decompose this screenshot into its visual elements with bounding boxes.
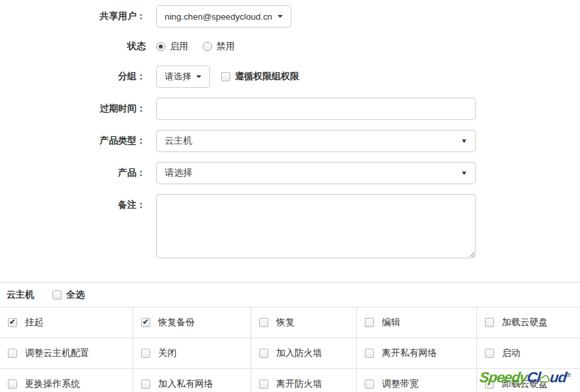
remark-label: 备注： [0, 194, 146, 211]
permission-label: 调整云主机配置 [25, 347, 89, 359]
cloud-host-permission-section: 云主机 全选 挂起 恢复备份 恢复 编辑 加载云硬盘 调整云 [0, 282, 580, 392]
permission-label: 卸载云硬盘 [502, 378, 548, 390]
permission-label: 调整带宽 [382, 378, 419, 390]
chevron-down-icon [196, 75, 201, 78]
select-all-checkbox[interactable] [52, 290, 62, 300]
form-row-remark: 备注： [0, 194, 580, 260]
section-title: 云主机 [7, 289, 34, 301]
permission-label: 编辑 [382, 317, 400, 328]
permission-label: 离开防火墙 [276, 378, 322, 390]
permission-checkbox[interactable] [485, 380, 494, 389]
permission-cell[interactable]: 卸载云硬盘 SpeedyClud® [477, 369, 580, 392]
share-user-dropdown-value: ning.chen@speedycloud.cn [165, 12, 272, 22]
permission-checkbox[interactable] [485, 318, 494, 327]
status-label: 状态 [0, 41, 146, 52]
permission-cell[interactable]: 加载云硬盘 [477, 307, 580, 338]
permission-cell[interactable]: 编辑 [357, 307, 477, 338]
select-arrow-icon: ▼ [461, 138, 468, 144]
permission-cell[interactable]: 离开防火墙 [251, 369, 357, 392]
permission-label: 启动 [502, 347, 520, 359]
permission-cell[interactable]: 恢复备份 [133, 307, 251, 338]
permission-label: 加载云硬盘 [502, 317, 548, 328]
product-select[interactable]: 请选择 ▼ [156, 162, 476, 184]
form-row-status: 状态 启用 禁用 [0, 41, 580, 52]
follow-group-permission-checkbox[interactable] [221, 72, 230, 81]
product-label: 产品： [0, 167, 146, 179]
permission-label: 加入私有网络 [158, 378, 213, 390]
product-type-select-value: 云主机 [165, 135, 192, 147]
permission-row-1: 挂起 恢复备份 恢复 编辑 加载云硬盘 [0, 307, 580, 338]
permission-cell[interactable]: 关闭 [133, 338, 251, 368]
permission-cell[interactable]: 调整带宽 [357, 369, 477, 392]
permission-row-3: 更换操作系统 加入私有网络 离开防火墙 调整带宽 卸载云硬盘 SpeedyClu… [0, 368, 580, 392]
permission-checkbox[interactable] [141, 349, 150, 358]
permission-checkbox[interactable] [259, 318, 268, 327]
permission-checkbox[interactable] [141, 318, 150, 327]
status-radio-disabled-label[interactable]: 禁用 [217, 41, 235, 52]
group-dropdown-value: 请选择 [165, 71, 191, 83]
form-row-group: 分组： 请选择 遵循权限组权限 [0, 66, 580, 88]
form-row-product-type: 产品类型： 云主机 ▼ [0, 130, 580, 152]
status-radio-enabled[interactable] [156, 42, 165, 51]
group-dropdown-button[interactable]: 请选择 [156, 66, 210, 88]
permission-cell[interactable]: 调整云主机配置 [0, 338, 133, 368]
select-all-label: 全选 [66, 289, 85, 301]
registered-mark: ® [566, 372, 571, 378]
permission-label: 恢复备份 [158, 317, 195, 328]
permission-checkbox[interactable] [365, 380, 374, 389]
permission-cell[interactable]: 加入防火墙 [251, 338, 357, 368]
remark-textarea[interactable] [156, 194, 476, 258]
form-row-product: 产品： 请选择 ▼ [0, 162, 580, 184]
permission-cell[interactable]: 启动 [477, 338, 580, 368]
chevron-down-icon [278, 15, 283, 18]
permission-checkbox[interactable] [365, 318, 374, 327]
permission-checkbox[interactable] [259, 349, 268, 358]
permission-checkbox[interactable] [365, 349, 374, 358]
permission-label: 关闭 [158, 347, 176, 359]
permission-checkbox[interactable] [141, 380, 150, 389]
status-radio-enabled-label[interactable]: 启用 [170, 41, 188, 52]
select-all-check[interactable]: 全选 [52, 289, 85, 301]
product-select-value: 请选择 [165, 167, 192, 179]
permission-cell[interactable]: 恢复 [251, 307, 357, 338]
select-arrow-icon: ▼ [461, 170, 468, 176]
permission-cell[interactable]: 挂起 [0, 307, 133, 338]
permission-checkbox[interactable] [8, 349, 17, 358]
permission-label: 挂起 [25, 317, 43, 328]
form-row-share-user: 共享用户： ning.chen@speedycloud.cn [0, 5, 580, 28]
permission-checkbox[interactable] [485, 349, 494, 358]
permission-section-header: 云主机 全选 [0, 283, 580, 307]
permission-label: 恢复 [276, 317, 295, 328]
expire-time-input[interactable] [156, 98, 476, 120]
speedycloud-logo-ud: ud [549, 369, 568, 385]
permission-checkbox[interactable] [8, 380, 17, 389]
permission-row-2: 调整云主机配置 关闭 加入防火墙 离开私有网络 启动 [0, 338, 580, 368]
status-radio-disabled[interactable] [203, 42, 212, 51]
share-user-label: 共享用户： [0, 10, 146, 22]
group-label: 分组： [0, 71, 146, 83]
permission-label: 加入防火墙 [276, 347, 322, 359]
share-user-form: 共享用户： ning.chen@speedycloud.cn 状态 启用 禁用 … [0, 0, 580, 260]
permission-checkbox[interactable] [8, 318, 17, 327]
share-user-dropdown-button[interactable]: ning.chen@speedycloud.cn [156, 5, 291, 28]
permission-cell[interactable]: 更换操作系统 [0, 369, 133, 392]
permission-cell[interactable]: 离开私有网络 [357, 338, 477, 368]
follow-group-permission-check[interactable]: 遵循权限组权限 [221, 71, 299, 83]
permission-label: 离开私有网络 [382, 347, 437, 359]
form-row-expire: 过期时间： [0, 98, 580, 120]
expire-label: 过期时间： [0, 103, 146, 115]
permission-cell[interactable]: 加入私有网络 [133, 369, 251, 392]
product-type-label: 产品类型： [0, 135, 146, 147]
permission-checkbox[interactable] [259, 380, 268, 389]
permission-label: 更换操作系统 [25, 378, 80, 390]
follow-group-permission-label: 遵循权限组权限 [235, 71, 299, 83]
product-type-select[interactable]: 云主机 ▼ [156, 130, 476, 152]
